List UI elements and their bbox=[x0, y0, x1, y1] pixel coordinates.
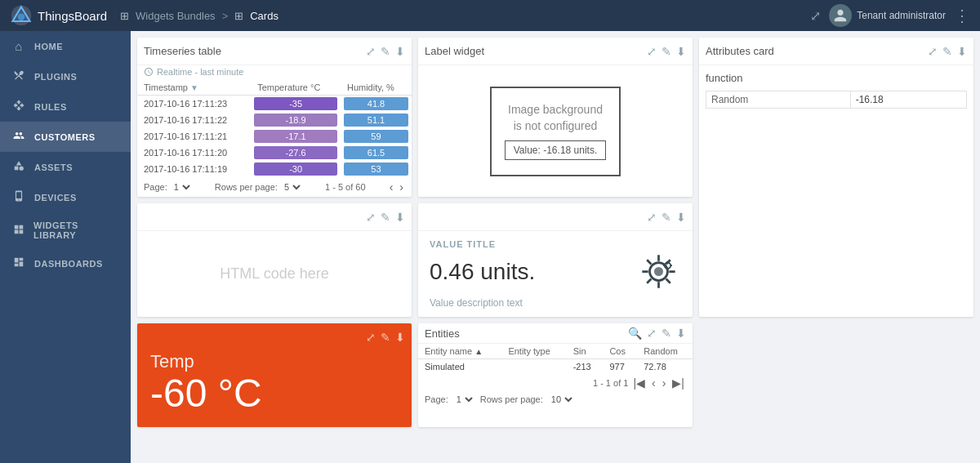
value-edit-icon[interactable]: ✎ bbox=[662, 211, 671, 224]
html-expand-icon[interactable]: ⤢ bbox=[366, 211, 376, 224]
attr-download-icon[interactable]: ⬇ bbox=[957, 45, 967, 58]
timeseries-title: Timeseries table bbox=[144, 45, 221, 57]
sidebar-item-dashboards[interactable]: DASHBOARDS bbox=[0, 248, 131, 278]
entities-next-btn[interactable]: › bbox=[661, 376, 668, 390]
ts-pagination-nav: ‹ › bbox=[388, 180, 405, 194]
entities-col-4[interactable]: Random bbox=[637, 344, 693, 359]
entity-cos: 977 bbox=[603, 359, 637, 375]
sidebar-item-plugins[interactable]: PLUGINS bbox=[0, 61, 131, 91]
user-menu[interactable]: Tenant administrator bbox=[829, 4, 946, 27]
temp-label: Temp bbox=[150, 351, 399, 372]
topnav-menu-icon[interactable]: ⋮ bbox=[954, 6, 970, 25]
entities-search-icon[interactable]: 🔍 bbox=[628, 327, 642, 340]
label-expand-icon[interactable]: ⤢ bbox=[647, 45, 657, 58]
breadcrumb-separator: > bbox=[222, 10, 229, 22]
timeseries-actions: ⤢ ✎ ⬇ bbox=[366, 45, 405, 58]
topnav: ThingsBoard ⊞ Widgets Bundles > ⊞ Cards … bbox=[0, 0, 980, 31]
ts-expand-icon[interactable]: ⤢ bbox=[366, 45, 376, 58]
entities-header: Entities 🔍 ⤢ ✎ ⬇ bbox=[418, 323, 693, 344]
entities-rows-select[interactable]: 10 bbox=[548, 394, 575, 405]
label-edit-icon[interactable]: ✎ bbox=[662, 45, 671, 58]
sidebar-item-devices[interactable]: DEVICES bbox=[0, 182, 131, 212]
ts-timestamp: 2017-10-16 17:11:20 bbox=[137, 145, 251, 161]
attr-row: Random-16.18 bbox=[706, 91, 967, 109]
attr-expand-icon[interactable]: ⤢ bbox=[928, 45, 938, 58]
entities-col-0[interactable]: Entity name ▲ bbox=[418, 344, 501, 359]
html-header: ⤢ ✎ ⬇ bbox=[137, 203, 412, 231]
temp-edit-icon[interactable]: ✎ bbox=[381, 331, 390, 344]
label-download-icon[interactable]: ⬇ bbox=[676, 45, 686, 58]
ts-next-btn[interactable]: › bbox=[398, 180, 405, 194]
attr-header: Attributes card ⤢ ✎ ⬇ bbox=[699, 38, 973, 65]
entities-first-btn[interactable]: |◀ bbox=[631, 376, 647, 390]
ts-temp: -18.9 bbox=[251, 112, 341, 128]
sort-down-icon: ▼ bbox=[190, 83, 198, 92]
ts-col-timestamp[interactable]: Timestamp ▼ bbox=[137, 80, 251, 96]
value-download-icon[interactable]: ⬇ bbox=[676, 211, 686, 224]
ts-timestamp: 2017-10-16 17:11:23 bbox=[137, 96, 251, 113]
entities-col-2[interactable]: Sin bbox=[567, 344, 604, 359]
ts-col-humid[interactable]: Humidity, % bbox=[341, 80, 412, 96]
html-download-icon[interactable]: ⬇ bbox=[395, 211, 405, 224]
entities-expand-icon[interactable]: ⤢ bbox=[647, 327, 657, 340]
cards-icon: ⊞ bbox=[234, 10, 243, 22]
attr-value: -16.18 bbox=[850, 91, 966, 109]
ts-humid: 41.8 bbox=[341, 96, 412, 113]
entities-last-btn[interactable]: ▶| bbox=[670, 376, 686, 390]
ts-timestamp: 2017-10-16 17:11:21 bbox=[137, 128, 251, 145]
breadcrumb: ⊞ Widgets Bundles > ⊞ Cards bbox=[120, 10, 278, 22]
entity-sin: -213 bbox=[567, 359, 604, 375]
image-bg-box: Image background is not configured Value… bbox=[490, 87, 621, 176]
ts-temp: -17.1 bbox=[251, 128, 341, 145]
ts-timestamp: 2017-10-16 17:11:19 bbox=[137, 161, 251, 177]
entities-prev-btn[interactable]: ‹ bbox=[650, 376, 657, 390]
entities-col-1[interactable]: Entity type bbox=[501, 344, 566, 359]
ts-edit-icon[interactable]: ✎ bbox=[381, 45, 390, 58]
sidebar-item-assets[interactable]: ASSETS bbox=[0, 152, 131, 182]
value-description: Value description text bbox=[430, 297, 681, 309]
topnav-right: ⤢ Tenant administrator ⋮ bbox=[810, 4, 970, 27]
ts-temp: -27.6 bbox=[251, 145, 341, 161]
ts-page-select[interactable]: 1 bbox=[171, 181, 193, 193]
ts-col-temp[interactable]: Temperature °C bbox=[251, 80, 341, 96]
sidebar-item-rules[interactable]: RULES bbox=[0, 91, 131, 122]
dashboards-icon bbox=[11, 256, 26, 270]
home-icon: ⌂ bbox=[11, 39, 26, 53]
expand-icon[interactable]: ⤢ bbox=[810, 8, 821, 24]
html-edit-icon[interactable]: ✎ bbox=[381, 211, 390, 224]
value-widget: ⤢ ✎ ⬇ VALUE TITLE 0.46 units. bbox=[418, 203, 693, 317]
entities-col-3[interactable]: Cos bbox=[603, 344, 637, 359]
entities-sort-icon: ▲ bbox=[474, 347, 483, 356]
label-widget: Label widget ⤢ ✎ ⬇ Image background is n… bbox=[418, 38, 693, 197]
ts-humid: 51.1 bbox=[341, 112, 412, 128]
entities-page-select[interactable]: 1 bbox=[453, 394, 475, 405]
value-expand-icon[interactable]: ⤢ bbox=[647, 211, 657, 224]
entity-type bbox=[501, 359, 566, 375]
sidebar-item-widgets-library[interactable]: WIDGETS LIBRARY bbox=[0, 212, 131, 248]
sidebar-label-widgets-library: WIDGETS LIBRARY bbox=[33, 220, 119, 240]
value-main: 0.46 units. bbox=[430, 249, 681, 294]
value-title: VALUE TITLE bbox=[430, 239, 681, 249]
entities-download-icon[interactable]: ⬇ bbox=[676, 327, 686, 340]
attr-edit-icon[interactable]: ✎ bbox=[942, 45, 952, 58]
ts-prev-btn[interactable]: ‹ bbox=[388, 180, 395, 194]
attr-section-title: function bbox=[706, 72, 967, 84]
breadcrumb-parent[interactable]: Widgets Bundles bbox=[136, 10, 216, 22]
sidebar-label-home: HOME bbox=[34, 42, 63, 51]
value-content: VALUE TITLE 0.46 units. bbox=[418, 231, 693, 317]
label-content: Image background is not configured Value… bbox=[418, 65, 693, 197]
breadcrumb-current: Cards bbox=[250, 10, 278, 22]
temp-expand-icon[interactable]: ⤢ bbox=[366, 331, 376, 344]
ts-row: 2017-10-16 17:11:21 -17.1 59 bbox=[137, 128, 412, 145]
entities-edit-icon[interactable]: ✎ bbox=[662, 327, 671, 340]
ts-rows-select[interactable]: 5 bbox=[281, 181, 303, 193]
ts-download-icon[interactable]: ⬇ bbox=[395, 45, 405, 58]
value-gear-icon bbox=[636, 249, 681, 294]
sidebar-item-customers[interactable]: CUSTOMERS bbox=[0, 122, 131, 152]
temp-download-icon[interactable]: ⬇ bbox=[395, 331, 405, 344]
sidebar-item-home[interactable]: ⌂ HOME bbox=[0, 31, 131, 61]
ts-humid: 53 bbox=[341, 161, 412, 177]
timeseries-header: Timeseries table ⤢ ✎ ⬇ bbox=[137, 38, 412, 65]
sidebar-label-rules: RULES bbox=[34, 102, 67, 112]
entities-actions: 🔍 ⤢ ✎ ⬇ bbox=[628, 327, 686, 340]
